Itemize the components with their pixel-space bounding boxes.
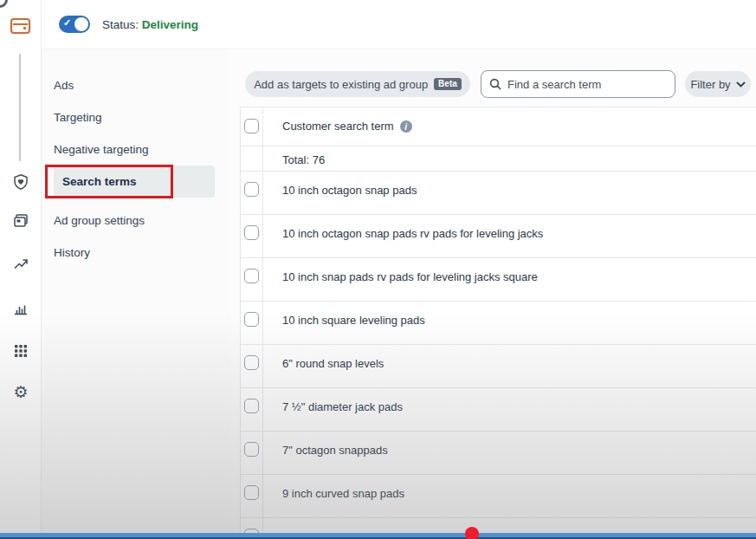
table-header-row: Customer search term i <box>241 107 756 146</box>
table-row: 7" octagon snappads <box>241 432 756 475</box>
search-term-text: 7" octagon snappads <box>263 432 388 474</box>
settings-gear-icon[interactable]: ⚙ <box>12 384 29 401</box>
add-targets-label: Add as targets to existing ad group <box>254 78 428 91</box>
row-checkbox[interactable] <box>244 485 259 500</box>
sidebar-item-label: Negative targeting <box>54 143 149 156</box>
sidebar-item-label: Targeting <box>54 111 102 124</box>
sidebar-item-negative-targeting[interactable]: Negative targeting <box>54 133 222 166</box>
total-label: Total: 76 <box>263 146 325 171</box>
apps-grid-icon[interactable] <box>12 342 29 360</box>
row-checkbox-cell <box>241 258 263 301</box>
table-row: 10 inch snap pads rv pads for leveling j… <box>241 258 756 302</box>
rail-scroll-indicator <box>19 54 21 161</box>
table-row: 10 inch octagon snap pads <box>241 172 756 215</box>
status-text: Status: Delivering <box>102 18 198 31</box>
search-term-text: 10 inch square leveling pads <box>263 302 425 344</box>
row-checkbox[interactable] <box>244 225 259 240</box>
status-value: Delivering <box>142 18 198 31</box>
search-terms-toolbar: Add as targets to existing ad group Beta… <box>230 49 756 107</box>
search-input[interactable] <box>507 78 667 91</box>
table-row: 7 ½" diameter jack pads <box>241 388 756 432</box>
search-terms-table: Customer search term i Total: 76 10 inch… <box>240 107 756 539</box>
ad-group-sidebar: Ads Targeting Negative targeting Search … <box>42 49 230 539</box>
column-header: Customer search term i <box>263 107 412 146</box>
shield-heart-icon[interactable] <box>12 173 29 191</box>
clipped-logo <box>0 0 8 8</box>
sidebar-item-label: Ad group settings <box>54 214 145 227</box>
row-checkbox-cell <box>241 388 263 431</box>
table-body: 10 inch octagon snap pads 10 inch octago… <box>241 172 756 539</box>
sidebar-item-history[interactable]: History <box>54 237 222 269</box>
status-bar: ✓ Status: Delivering <box>42 0 756 49</box>
sidebar-item-targeting[interactable]: Targeting <box>54 101 222 133</box>
column-header-label: Customer search term <box>282 120 394 133</box>
trend-up-icon[interactable] <box>12 256 29 273</box>
total-empty-cell <box>241 146 263 171</box>
bar-chart-icon[interactable] <box>12 300 29 317</box>
row-checkbox-cell <box>241 475 263 517</box>
amazon-ads-console: ⚙ ✓ Status: Delivering Ads Targeting Neg… <box>0 0 756 539</box>
card-line <box>13 23 28 25</box>
search-term-text: 10 inch octagon snap pads <box>263 172 417 214</box>
sidebar-item-label: History <box>54 246 90 259</box>
add-targets-button[interactable]: Add as targets to existing ad group Beta <box>245 71 470 97</box>
search-term-text: 7 ½" diameter jack pads <box>263 388 403 431</box>
toggle-knob <box>74 17 88 31</box>
toggle-check-icon: ✓ <box>63 17 71 29</box>
row-checkbox[interactable] <box>244 269 259 283</box>
sidebar-item-label: Search terms <box>62 175 137 188</box>
sidebar-item-label: Ads <box>54 79 74 92</box>
media-gallery-icon[interactable] <box>12 212 29 230</box>
search-term-searchbox[interactable] <box>481 70 675 98</box>
search-term-text: 10 inch octagon snap pads rv pads for le… <box>263 215 543 257</box>
campaign-card-icon[interactable] <box>10 18 30 34</box>
table-row: 9 inch curved snap pads <box>241 475 756 518</box>
search-term-text: 10 inch snap pads rv pads for leveling j… <box>263 258 538 301</box>
row-checkbox-cell <box>241 172 263 214</box>
status-label: Status: <box>102 18 139 31</box>
filter-by-button[interactable]: Filter by <box>685 71 751 97</box>
search-icon <box>489 78 501 90</box>
status-toggle[interactable]: ✓ <box>59 16 90 33</box>
table-row: 10 inch octagon snap pads rv pads for le… <box>241 215 756 258</box>
table-row: 10 inch square leveling pads <box>241 302 756 345</box>
row-checkbox[interactable] <box>244 312 259 327</box>
table-row: 6" round snap levels <box>241 345 756 388</box>
select-all-cell <box>241 107 263 146</box>
card-dot <box>23 27 26 29</box>
row-checkbox-cell <box>241 345 263 387</box>
left-icon-rail: ⚙ <box>0 0 42 539</box>
sidebar-item-search-terms[interactable]: Search terms <box>54 166 215 198</box>
table-total-row: Total: 76 <box>241 146 756 172</box>
row-checkbox-cell <box>241 302 263 344</box>
select-all-checkbox[interactable] <box>244 119 259 133</box>
info-icon[interactable]: i <box>400 120 412 133</box>
row-checkbox[interactable] <box>244 442 259 457</box>
row-checkbox-cell <box>241 215 263 257</box>
row-checkbox[interactable] <box>244 182 259 197</box>
row-checkbox-cell <box>241 432 263 474</box>
filter-by-label: Filter by <box>690 78 730 91</box>
row-checkbox[interactable] <box>244 355 259 370</box>
sidebar-item-ad-group-settings[interactable]: Ad group settings <box>54 205 222 237</box>
sidebar-item-ads[interactable]: Ads <box>54 69 222 101</box>
chevron-down-icon <box>736 81 746 88</box>
search-term-text: 9 inch curved snap pads <box>263 475 404 517</box>
beta-badge: Beta <box>434 78 462 90</box>
row-checkbox[interactable] <box>244 399 259 413</box>
video-playhead[interactable] <box>465 527 479 539</box>
video-progress-bar[interactable] <box>0 533 756 539</box>
search-term-text: 6" round snap levels <box>263 345 384 387</box>
